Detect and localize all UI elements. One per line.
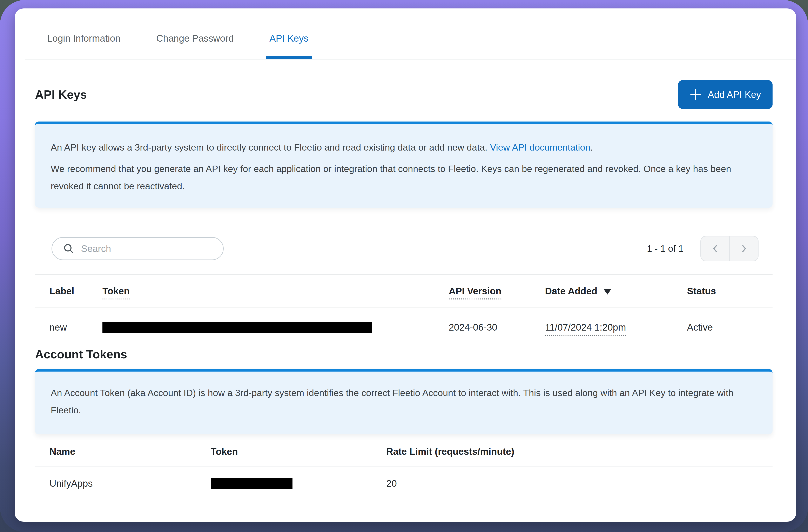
tab-login-information[interactable]: Login Information <box>43 32 124 59</box>
tab-panel-api-keys: API Keys Add API Key An API key allows a… <box>15 80 796 500</box>
account-tokens-title: Account Tokens <box>35 347 773 361</box>
pagination-buttons <box>700 236 758 261</box>
plus-icon <box>690 89 702 100</box>
api-keys-info-line-2: We recommend that you generate an API ke… <box>51 160 757 195</box>
api-key-date-added-cell[interactable]: 11/07/2024 1:20pm <box>545 322 687 333</box>
account-tokens-table-header: Name Token Rate Limit (requests/minute) <box>35 436 773 467</box>
sort-desc-icon <box>604 289 611 294</box>
search-icon <box>63 243 74 254</box>
account-token-token-cell <box>210 478 386 489</box>
tab-api-keys[interactable]: API Keys <box>266 32 312 59</box>
column-header-date-added-text: Date Added <box>545 285 597 297</box>
view-api-documentation-link[interactable]: View API documentation <box>490 142 590 153</box>
account-tokens-info-text: An Account Token (aka Account ID) is how… <box>51 384 757 419</box>
table-row: UnifyApps 20 <box>35 467 773 500</box>
column-header-account-token: Token <box>210 446 386 457</box>
api-key-label-cell: new <box>50 322 103 333</box>
previous-page-button[interactable] <box>701 236 730 261</box>
tab-change-password[interactable]: Change Password <box>152 32 237 59</box>
column-header-token[interactable]: Token <box>103 285 449 297</box>
api-key-date-added-text: 11/07/2024 1:20pm <box>545 322 626 336</box>
next-page-button[interactable] <box>730 236 758 261</box>
api-keys-info-text-suffix: . <box>590 142 593 153</box>
column-header-label: Label <box>50 285 103 297</box>
redacted-token-bar <box>210 478 293 489</box>
api-key-version-cell: 2024-06-30 <box>449 322 545 333</box>
pagination: 1 - 1 of 1 <box>647 236 758 261</box>
api-keys-toolbar: 1 - 1 of 1 <box>35 236 773 261</box>
api-keys-section-header: API Keys Add API Key <box>35 80 773 109</box>
tab-bar: Login Information Change Password API Ke… <box>25 8 796 59</box>
search-input[interactable] <box>80 242 215 255</box>
column-header-status: Status <box>687 285 773 297</box>
redacted-token-bar <box>103 322 372 333</box>
column-header-name: Name <box>50 446 210 457</box>
column-header-rate-limit: Rate Limit (requests/minute) <box>386 446 773 457</box>
account-token-name-cell: UnifyApps <box>50 478 210 489</box>
add-api-key-button-label: Add API Key <box>708 89 761 100</box>
api-keys-title: API Keys <box>35 87 87 102</box>
api-keys-info-callout: An API key allows a 3rd-party system to … <box>35 121 773 208</box>
column-header-api-version[interactable]: API Version <box>449 285 545 297</box>
api-keys-info-line-1: An API key allows a 3rd-party system to … <box>51 139 757 156</box>
account-tokens-info-callout: An Account Token (aka Account ID) is how… <box>35 369 773 434</box>
column-header-api-version-text: API Version <box>449 286 501 300</box>
api-key-token-cell <box>103 322 449 333</box>
chevron-left-icon <box>711 244 720 253</box>
api-key-status-cell: Active <box>687 322 773 333</box>
settings-card: Login Information Change Password API Ke… <box>15 8 796 522</box>
column-header-token-text: Token <box>103 286 130 300</box>
api-keys-table-header: Label Token API Version Date Added Statu… <box>35 275 773 307</box>
account-token-rate-limit-cell: 20 <box>386 478 773 489</box>
add-api-key-button[interactable]: Add API Key <box>678 80 773 109</box>
table-row: new 2024-06-30 11/07/2024 1:20pm Active <box>35 307 773 347</box>
column-header-date-added[interactable]: Date Added <box>545 285 687 297</box>
search-box[interactable] <box>52 237 224 260</box>
pagination-range-text: 1 - 1 of 1 <box>647 243 683 254</box>
api-keys-info-text: An API key allows a 3rd-party system to … <box>51 142 490 153</box>
chevron-right-icon <box>739 244 749 253</box>
